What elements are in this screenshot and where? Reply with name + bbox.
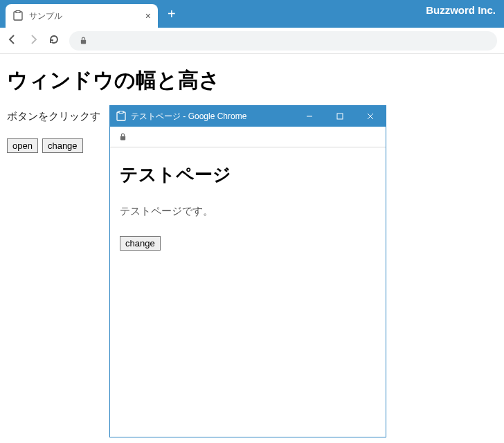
popup-favicon-icon (116, 111, 127, 122)
popup-content: テストページ テストページです。 change (110, 147, 386, 266)
minimize-button[interactable] (294, 106, 325, 127)
page-heading: ウィンドウの幅と高さ (7, 66, 497, 95)
browser-tabstrip: サンプル × + Buzzword Inc. (0, 0, 504, 28)
svg-rect-9 (120, 136, 125, 141)
page-favicon-icon (12, 10, 24, 21)
popup-text: テストページです。 (120, 205, 376, 218)
svg-rect-4 (119, 111, 123, 114)
forward-button[interactable] (28, 34, 39, 48)
popup-window: テストページ - Google Chrome テストページ テストページです。 … (109, 105, 386, 437)
brand-label: Buzzword Inc. (426, 4, 496, 16)
popup-address-bar[interactable] (110, 127, 386, 147)
popup-change-button[interactable]: change (120, 236, 161, 251)
tab-title: サンプル (29, 10, 145, 22)
back-button[interactable] (7, 34, 18, 48)
browser-toolbar (0, 28, 504, 54)
address-bar[interactable] (69, 31, 497, 51)
svg-rect-2 (81, 40, 86, 44)
new-tab-button[interactable]: + (158, 3, 184, 28)
svg-rect-6 (337, 114, 343, 119)
popup-title: テストページ - Google Chrome (131, 111, 294, 123)
close-button[interactable] (355, 106, 386, 127)
browser-tab[interactable]: サンプル × (6, 4, 158, 28)
svg-rect-1 (16, 11, 20, 13)
tab-close-icon[interactable]: × (145, 10, 151, 21)
change-button[interactable]: change (42, 138, 83, 153)
popup-heading: テストページ (120, 163, 376, 187)
popup-titlebar[interactable]: テストページ - Google Chrome (110, 106, 386, 127)
lock-icon (118, 132, 127, 141)
reload-button[interactable] (48, 34, 60, 48)
lock-icon (79, 36, 88, 45)
maximize-button[interactable] (325, 106, 355, 127)
open-button[interactable]: open (7, 138, 38, 153)
